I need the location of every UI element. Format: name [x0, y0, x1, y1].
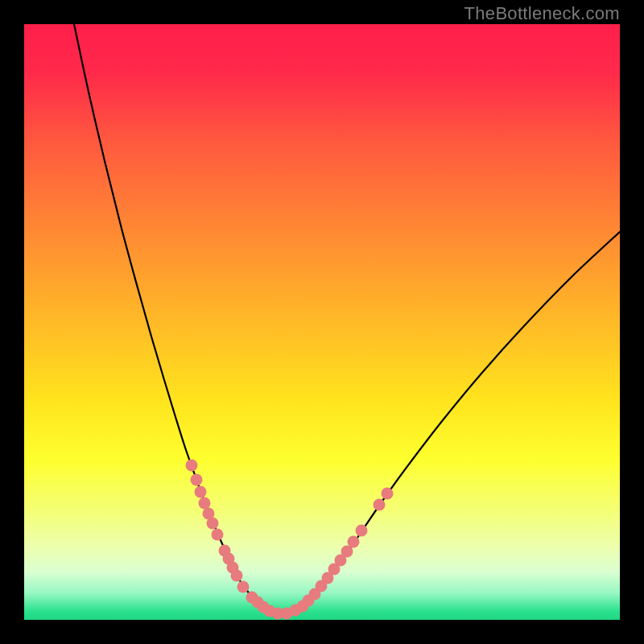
- marker-dot: [382, 488, 394, 500]
- bottleneck-curve: [74, 24, 620, 614]
- marker-dot: [356, 525, 368, 537]
- marker-dot: [237, 581, 250, 593]
- marker-dot: [374, 499, 386, 511]
- marker-dot: [199, 497, 211, 510]
- plot-area: [24, 24, 620, 620]
- marker-dot: [186, 460, 198, 472]
- watermark-text: TheBottleneck.com: [464, 3, 620, 24]
- marker-dot: [231, 570, 243, 582]
- marker-dot: [212, 529, 224, 541]
- curve-layer: [24, 24, 620, 620]
- marker-dot: [195, 486, 207, 498]
- marker-dot: [207, 518, 219, 530]
- marker-dot: [191, 474, 203, 486]
- chart-frame: TheBottleneck.com: [0, 0, 644, 644]
- marker-dot: [348, 536, 360, 548]
- marker-group: [186, 460, 394, 620]
